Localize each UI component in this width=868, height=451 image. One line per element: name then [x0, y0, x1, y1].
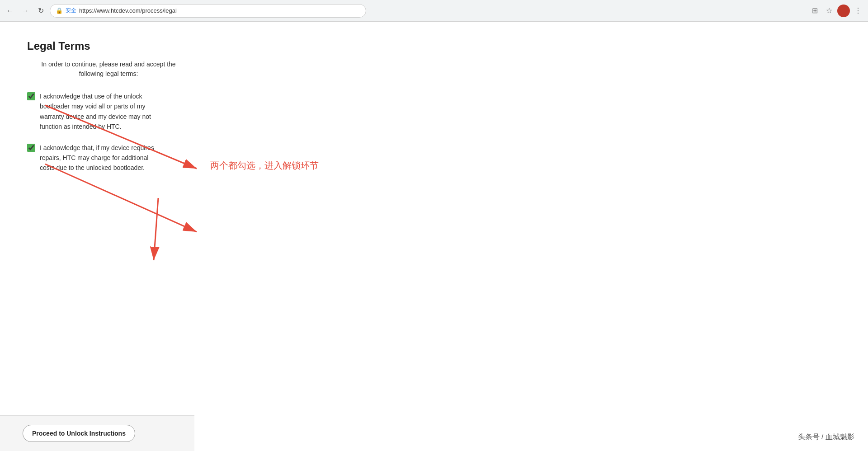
translate-button[interactable]: ⊞	[808, 5, 821, 17]
checkbox-2-label: I acknowledge that, if my device require…	[40, 143, 157, 173]
secure-icon: 🔒	[56, 7, 63, 14]
secure-label: 安全	[66, 7, 76, 14]
forward-button[interactable]: →	[19, 5, 32, 17]
checkbox-1[interactable]	[27, 92, 35, 100]
page-title: Legal Terms	[27, 40, 190, 52]
back-button[interactable]: ←	[4, 5, 16, 17]
subtitle: In order to continue, please read and ac…	[27, 60, 190, 79]
url-text: https://www.htcdev.com/process/legal	[79, 7, 177, 14]
page-content: Legal Terms In order to continue, please…	[0, 22, 868, 451]
watermark: 头条号 / 血城魅影	[798, 432, 854, 442]
address-bar[interactable]: 🔒 安全 https://www.htcdev.com/process/lega…	[50, 4, 366, 18]
main-area: Legal Terms In order to continue, please…	[0, 22, 217, 209]
profile-button[interactable]	[837, 5, 850, 17]
browser-chrome: ← → ↻ 🔒 安全 https://www.htcdev.com/proces…	[0, 0, 868, 22]
checkbox-item-1: I acknowledge that use of the unlock boo…	[27, 91, 190, 132]
checkbox-1-label: I acknowledge that use of the unlock boo…	[40, 91, 157, 132]
menu-button[interactable]: ⋮	[852, 5, 864, 17]
browser-actions: ⊞ ☆ ⋮	[808, 5, 864, 17]
bookmark-button[interactable]: ☆	[823, 5, 835, 17]
bottom-bar: Proceed to Unlock Instructions	[0, 415, 194, 451]
checkbox-2[interactable]	[27, 144, 35, 152]
svg-text:两个都勾选，进入解锁环节: 两个都勾选，进入解锁环节	[210, 160, 319, 170]
checkbox-item-2: I acknowledge that, if my device require…	[27, 143, 190, 173]
checkbox-group: I acknowledge that use of the unlock boo…	[27, 91, 190, 173]
proceed-button[interactable]: Proceed to Unlock Instructions	[23, 425, 135, 442]
reload-button[interactable]: ↻	[34, 5, 47, 17]
